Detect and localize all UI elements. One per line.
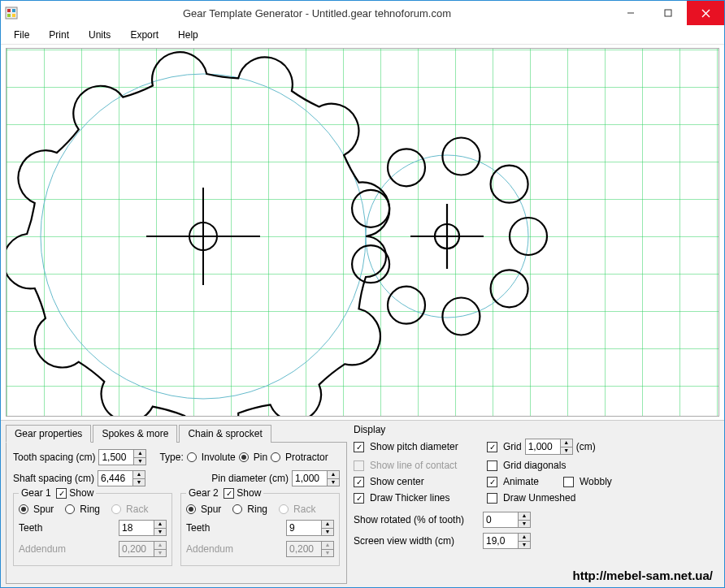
svg-rect-6 bbox=[665, 10, 671, 16]
screen-width-label: Screen view width (cm) bbox=[354, 535, 480, 547]
gear1-show-check[interactable]: ✓ bbox=[56, 488, 67, 499]
tab-chain[interactable]: Chain & sprocket bbox=[179, 425, 271, 443]
display-title: Display bbox=[354, 424, 719, 435]
gear-canvas[interactable] bbox=[6, 48, 719, 417]
gear2-show-label: Show bbox=[237, 487, 261, 499]
titlebar: Gear Template Generator - Untitled.gear … bbox=[1, 1, 724, 25]
protractor-label: Protractor bbox=[285, 452, 328, 463]
screen-width-input[interactable]: ▲▼ bbox=[483, 533, 531, 549]
svg-rect-2 bbox=[12, 9, 15, 12]
show-pitch-label: Show pitch diameter bbox=[370, 441, 484, 452]
show-line-label: Show line of contact bbox=[370, 460, 484, 471]
g2-teeth-input[interactable]: ▲▼ bbox=[286, 520, 334, 536]
gear2-show-check[interactable]: ✓ bbox=[224, 488, 234, 499]
chk-show-line bbox=[354, 460, 364, 471]
display-panel: Display ✓Show pitch diameter ✓Grid ▲▼ (c… bbox=[354, 424, 719, 584]
grid-label: Grid bbox=[503, 441, 522, 452]
g1-ring-label: Ring bbox=[80, 504, 100, 515]
g2-rack-label: Rack bbox=[293, 504, 315, 515]
g2-ring[interactable] bbox=[232, 504, 242, 514]
wobbly-label: Wobbly bbox=[580, 476, 612, 487]
watermark: http://mebel-sam.net.ua/ bbox=[572, 569, 713, 582]
g1-rack bbox=[111, 504, 121, 514]
maximize-button[interactable] bbox=[649, 1, 687, 25]
g1-spur[interactable] bbox=[19, 504, 28, 514]
minimize-button[interactable] bbox=[612, 1, 649, 25]
chk-wobbly[interactable] bbox=[563, 477, 574, 487]
bottom-panel: Gear properties Spokes & more Chain & sp… bbox=[1, 420, 724, 587]
window-title: Gear Template Generator - Untitled.gear … bbox=[22, 7, 612, 19]
menubar: File Print Units Export Help bbox=[1, 25, 724, 45]
pin-label: Pin bbox=[254, 452, 267, 463]
chk-thicker[interactable]: ✓ bbox=[354, 493, 364, 504]
g1-ring[interactable] bbox=[65, 504, 75, 514]
grid-diag-label: Grid diagonals bbox=[503, 460, 566, 471]
g1-rack-label: Rack bbox=[126, 504, 148, 515]
menu-print[interactable]: Print bbox=[41, 27, 77, 43]
radio-protractor[interactable] bbox=[271, 452, 280, 462]
gear1-group: Gear 1 ✓Show Spur Ring Rack Teeth ▲▼ Add… bbox=[13, 493, 172, 566]
tab-body: Tooth spacing (cm) ▲▼ Type: Involute Pin… bbox=[6, 443, 347, 584]
menu-export[interactable]: Export bbox=[122, 27, 167, 43]
app-icon bbox=[1, 6, 22, 19]
chk-grid[interactable]: ✓ bbox=[487, 442, 497, 452]
tabs: Gear properties Spokes & more Chain & sp… bbox=[6, 424, 347, 443]
g2-rack bbox=[279, 504, 289, 514]
menu-file[interactable]: File bbox=[6, 27, 37, 43]
show-rotated-label: Show rotated (% of tooth) bbox=[354, 514, 480, 525]
g2-spur[interactable] bbox=[186, 504, 196, 514]
involute-label: Involute bbox=[202, 452, 236, 463]
g2-spur-label: Spur bbox=[201, 504, 221, 515]
cm-label: (cm) bbox=[576, 441, 596, 452]
svg-rect-9 bbox=[7, 49, 718, 416]
show-center-label: Show center bbox=[370, 476, 484, 487]
g2-addendum-input: ▲▼ bbox=[286, 541, 334, 557]
grid-size-input[interactable]: ▲▼ bbox=[525, 439, 573, 455]
chk-unmeshed[interactable] bbox=[487, 493, 497, 504]
gear1-show-label: Show bbox=[69, 487, 93, 499]
thicker-label: Draw Thicker lines bbox=[370, 492, 484, 504]
gear1-title: Gear 1 bbox=[21, 487, 51, 499]
g1-addendum-input: ▲▼ bbox=[119, 541, 167, 557]
shaft-spacing-label: Shaft spacing (cm) bbox=[13, 473, 94, 484]
g1-addendum-label: Addendum bbox=[19, 543, 66, 555]
g2-teeth-label: Teeth bbox=[186, 522, 210, 534]
menu-help[interactable]: Help bbox=[170, 27, 206, 43]
close-button[interactable] bbox=[687, 1, 724, 25]
radio-involute[interactable] bbox=[187, 452, 197, 462]
chk-show-pitch[interactable]: ✓ bbox=[354, 442, 364, 452]
tooth-spacing-label: Tooth spacing (cm) bbox=[13, 452, 95, 463]
g1-teeth-label: Teeth bbox=[19, 522, 42, 534]
chk-animate[interactable]: ✓ bbox=[487, 477, 497, 487]
g2-addendum-label: Addendum bbox=[186, 543, 233, 555]
pin-diameter-input[interactable]: ▲▼ bbox=[292, 470, 340, 486]
g1-teeth-input[interactable]: ▲▼ bbox=[119, 520, 167, 536]
svg-rect-4 bbox=[12, 14, 15, 17]
gear2-title: Gear 2 bbox=[189, 487, 219, 499]
rotated-input[interactable]: ▲▼ bbox=[483, 512, 531, 528]
unmeshed-label: Draw Unmeshed bbox=[503, 492, 575, 504]
animate-label: Animate bbox=[503, 476, 560, 487]
svg-rect-1 bbox=[7, 9, 11, 12]
chk-grid-diag[interactable] bbox=[487, 460, 497, 471]
chk-show-center[interactable]: ✓ bbox=[354, 477, 364, 487]
tab-spokes[interactable]: Spokes & more bbox=[93, 425, 177, 443]
tooth-spacing-input[interactable]: ▲▼ bbox=[98, 449, 146, 465]
svg-rect-3 bbox=[7, 14, 11, 17]
pin-diameter-label: Pin diameter (cm) bbox=[211, 473, 289, 484]
tab-gear-properties[interactable]: Gear properties bbox=[6, 425, 91, 443]
gear2-group: Gear 2 ✓Show Spur Ring Rack Teeth ▲▼ Add… bbox=[180, 493, 340, 566]
type-label: Type: bbox=[159, 452, 183, 463]
radio-pin[interactable] bbox=[239, 452, 249, 462]
shaft-spacing-input[interactable]: ▲▼ bbox=[98, 470, 145, 486]
g1-spur-label: Spur bbox=[33, 504, 54, 515]
g2-ring-label: Ring bbox=[247, 504, 267, 515]
menu-units[interactable]: Units bbox=[80, 27, 119, 43]
